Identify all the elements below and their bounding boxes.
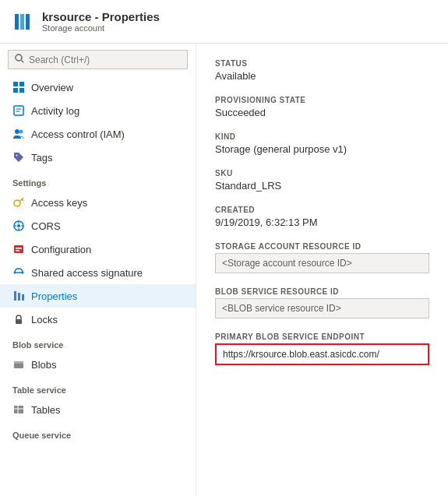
status-value: Available xyxy=(215,70,429,82)
sku-label: SKU xyxy=(215,169,429,178)
svg-rect-31 xyxy=(18,293,20,301)
tags-icon xyxy=(12,151,25,164)
activity-icon xyxy=(12,104,25,117)
storage-icon xyxy=(12,11,34,33)
tables-icon xyxy=(12,403,25,416)
svg-line-4 xyxy=(22,61,24,63)
sidebar-item-properties[interactable]: Properties xyxy=(0,284,196,308)
status-group: STATUS Available xyxy=(215,59,429,82)
svg-point-28 xyxy=(14,272,16,274)
properties-label: Properties xyxy=(31,290,77,302)
storage-resource-id-label: STORAGE ACCOUNT RESOURCE ID xyxy=(215,242,429,251)
header-text: krsource - Properties Storage account xyxy=(42,10,160,33)
settings-section-label: Settings xyxy=(0,169,196,191)
created-value: 9/19/2019, 6:32:13 PM xyxy=(215,216,429,228)
sidebar-item-blobs[interactable]: Blobs xyxy=(0,353,196,376)
cors-label: CORS xyxy=(31,220,61,232)
svg-rect-32 xyxy=(22,294,24,301)
blobs-icon xyxy=(12,358,25,371)
main-layout: Overview Activity log Acces xyxy=(0,44,448,496)
sidebar-item-tables[interactable]: Tables xyxy=(0,398,196,421)
svg-rect-25 xyxy=(16,248,22,249)
sidebar-item-sas[interactable]: Shared access signature xyxy=(0,261,196,284)
sidebar-item-locks[interactable]: Locks xyxy=(0,308,196,331)
svg-rect-2 xyxy=(26,14,30,30)
svg-rect-5 xyxy=(13,82,18,86)
activity-label: Activity log xyxy=(31,105,79,117)
svg-rect-0 xyxy=(15,14,19,30)
svg-rect-8 xyxy=(19,88,24,93)
primary-blob-endpoint-group: PRIMARY BLOB SERVICE ENDPOINT xyxy=(215,332,429,365)
sas-label: Shared access signature xyxy=(31,267,143,279)
kind-group: KIND Storage (general purpose v1) xyxy=(215,132,429,155)
storage-resource-id-input[interactable] xyxy=(215,253,429,273)
svg-rect-36 xyxy=(14,406,23,413)
page-header: krsource - Properties Storage account xyxy=(0,0,448,44)
svg-rect-30 xyxy=(14,291,16,301)
iam-label: Access control (IAM) xyxy=(31,128,125,140)
page-subtitle: Storage account xyxy=(42,23,160,33)
locks-icon xyxy=(12,313,25,325)
props-icon xyxy=(12,290,25,302)
sidebar-item-overview[interactable]: Overview xyxy=(0,76,196,99)
iam-icon xyxy=(12,128,25,140)
kind-value: Storage (general purpose v1) xyxy=(215,143,429,155)
search-icon xyxy=(15,54,24,65)
sidebar-item-access-keys[interactable]: Access keys xyxy=(0,191,196,214)
svg-rect-6 xyxy=(19,82,24,86)
search-box[interactable] xyxy=(8,50,188,69)
blob-resource-id-input[interactable] xyxy=(215,298,429,318)
table-service-section-label: Table service xyxy=(0,376,196,398)
config-icon xyxy=(12,243,25,255)
overview-icon xyxy=(12,81,25,93)
svg-rect-35 xyxy=(14,361,23,364)
sku-group: SKU Standard_LRS xyxy=(215,169,429,192)
cors-icon xyxy=(12,220,25,232)
locks-label: Locks xyxy=(31,314,58,325)
provisioning-value: Succeeded xyxy=(215,107,429,118)
primary-blob-endpoint-input[interactable] xyxy=(215,343,429,365)
svg-point-19 xyxy=(17,224,20,227)
queue-service-section-label: Queue service xyxy=(0,421,196,443)
svg-point-15 xyxy=(14,200,20,206)
svg-rect-9 xyxy=(14,106,23,115)
search-input[interactable] xyxy=(29,55,181,65)
sidebar-item-tags[interactable]: Tags xyxy=(0,146,196,169)
svg-point-14 xyxy=(16,155,18,157)
kind-label: KIND xyxy=(215,132,429,141)
sidebar-item-activity-log[interactable]: Activity log xyxy=(0,99,196,122)
provisioning-group: PROVISIONING STATE Succeeded xyxy=(215,96,429,118)
svg-rect-33 xyxy=(16,319,22,324)
provisioning-label: PROVISIONING STATE xyxy=(215,96,429,104)
svg-line-17 xyxy=(22,199,23,201)
svg-rect-7 xyxy=(13,88,18,93)
overview-label: Overview xyxy=(31,82,73,93)
tags-label: Tags xyxy=(31,152,52,164)
sidebar-item-cors[interactable]: CORS xyxy=(0,214,196,237)
storage-resource-id-group: STORAGE ACCOUNT RESOURCE ID xyxy=(215,242,429,273)
svg-rect-1 xyxy=(20,14,24,30)
svg-point-12 xyxy=(15,129,19,134)
content-area: STATUS Available PROVISIONING STATE Succ… xyxy=(196,44,448,496)
tables-label: Tables xyxy=(31,404,61,416)
svg-point-13 xyxy=(19,130,23,134)
created-group: CREATED 9/19/2019, 6:32:13 PM xyxy=(215,206,429,228)
svg-point-29 xyxy=(22,272,24,274)
keys-icon xyxy=(12,196,25,209)
sidebar-item-iam[interactable]: Access control (IAM) xyxy=(0,122,196,146)
created-label: CREATED xyxy=(215,206,429,214)
sku-value: Standard_LRS xyxy=(215,180,429,192)
sidebar: Overview Activity log Acces xyxy=(0,44,196,496)
svg-rect-24 xyxy=(14,245,23,253)
blob-resource-id-group: BLOB SERVICE RESOURCE ID xyxy=(215,287,429,318)
status-label: STATUS xyxy=(215,59,429,68)
sidebar-item-configuration[interactable]: Configuration xyxy=(0,237,196,261)
sas-icon xyxy=(12,266,25,279)
page-title: krsource - Properties xyxy=(42,10,160,23)
blobs-label: Blobs xyxy=(31,359,57,371)
svg-rect-26 xyxy=(16,250,19,252)
blob-service-section-label: Blob service xyxy=(0,331,196,353)
access-keys-label: Access keys xyxy=(31,197,87,209)
svg-point-3 xyxy=(16,55,22,61)
primary-blob-label: PRIMARY BLOB SERVICE ENDPOINT xyxy=(215,332,429,341)
